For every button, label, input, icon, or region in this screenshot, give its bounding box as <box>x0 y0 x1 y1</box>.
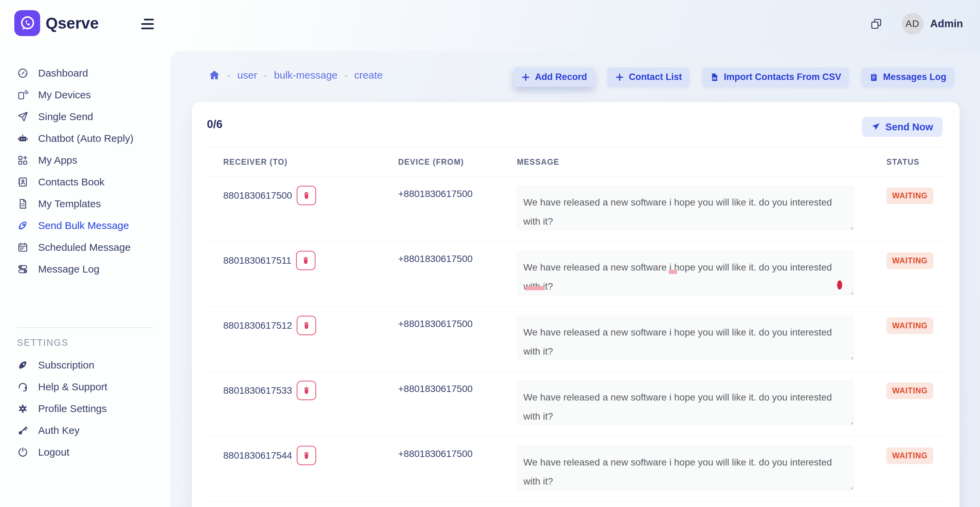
device-number: +8801830617500 <box>398 318 473 329</box>
receiver-cell: 8801830617500 <box>223 177 398 242</box>
status-badge: WAITING <box>886 318 933 334</box>
sidebar-item-my-templates[interactable]: My Templates <box>0 193 170 215</box>
sidebar-item-send-bulk-message[interactable]: Send Bulk Message <box>0 215 170 237</box>
receiver-number: 8801830617544 <box>223 450 292 461</box>
headset-icon <box>17 381 29 393</box>
sidebar-item-label: Scheduled Message <box>38 242 130 253</box>
sidebar-item-label: Dashboard <box>38 67 88 79</box>
sidebar-item-chatbot-auto-reply[interactable]: Chatbot (Auto Reply) <box>0 127 170 149</box>
message-cell: We have released a new software i hope y… <box>517 177 886 242</box>
breadcrumb-item-create[interactable]: create <box>354 70 382 81</box>
send-now-button[interactable]: Send Now <box>862 117 943 137</box>
home-icon[interactable] <box>208 69 221 81</box>
sidebar-item-label: Single Send <box>38 111 93 122</box>
delete-row-button[interactable] <box>297 186 316 205</box>
topbar-user-area: AD Admin <box>870 13 963 35</box>
sidebar-item-label: Help & Support <box>38 381 107 393</box>
key-icon <box>17 424 29 436</box>
status-badge: WAITING <box>886 383 933 399</box>
status-cell: WAITING <box>886 307 945 372</box>
action-button-label: Messages Log <box>883 72 946 83</box>
action-button-label: Contact List <box>629 72 682 83</box>
plus-icon <box>521 73 530 82</box>
sidebar-item-label: Logout <box>38 447 69 458</box>
status-cell: WAITING <box>886 372 945 437</box>
sidebar-item-profile-settings[interactable]: Profile Settings <box>0 398 170 420</box>
sidebar-nav-settings: Subscription Help & Support Profile Sett… <box>0 354 170 463</box>
power-icon <box>17 447 29 458</box>
sidebar-item-help-support[interactable]: Help & Support <box>0 376 170 398</box>
add-record-button[interactable]: Add Record <box>514 67 595 87</box>
message-cell: We have released a new software i hope y… <box>517 437 886 502</box>
contacts-icon <box>17 176 29 188</box>
table-row-partial <box>192 502 959 507</box>
import-contacts-from-csv-button[interactable]: Import Contacts From CSV <box>702 67 849 87</box>
brand-logo[interactable]: Qserve <box>14 10 99 36</box>
column-header-device: DEVICE (FROM) <box>398 157 517 167</box>
avatar[interactable]: AD <box>902 13 924 35</box>
receiver-number: 8801830617511 <box>223 255 291 266</box>
device-number: +8801830617500 <box>398 383 473 394</box>
paper-plane-icon <box>872 122 880 131</box>
delete-row-button[interactable] <box>297 381 316 400</box>
delete-row-button[interactable] <box>297 446 316 465</box>
toggles-icon <box>17 263 29 275</box>
message-textarea[interactable]: We have released a new software i hope y… <box>517 446 854 490</box>
chatbot-icon <box>17 133 29 144</box>
sidebar-item-label: My Templates <box>38 198 101 210</box>
sidebar-item-logout[interactable]: Logout <box>0 441 170 463</box>
breadcrumb-items: -user-bulk-message-create <box>227 70 383 81</box>
receiver-cell: 8801830617544 <box>223 437 398 502</box>
sidebar-item-my-apps[interactable]: My Apps <box>0 149 170 171</box>
column-header-status: STATUS <box>886 157 945 167</box>
receiver-cell: 8801830617512 <box>223 307 398 372</box>
message-textarea[interactable]: We have released a new software i hope y… <box>517 186 854 230</box>
sidebar-item-subscription[interactable]: Subscription <box>0 354 170 376</box>
card-header: 0/6 Send Now <box>207 102 945 147</box>
table-row: 8801830617511 +8801830617500 We have rel… <box>207 242 945 307</box>
sidebar-nav-main: Dashboard My Devices Single Send Chatbot… <box>0 62 170 280</box>
status-badge: WAITING <box>886 447 933 464</box>
sidebar-item-message-log[interactable]: Message Log <box>0 258 170 280</box>
device-number: +8801830617500 <box>398 253 473 264</box>
sidebar-item-auth-key[interactable]: Auth Key <box>0 420 170 441</box>
rocket-icon <box>17 220 29 231</box>
delete-row-button[interactable] <box>296 251 315 270</box>
breadcrumb-item-bulk-message[interactable]: bulk-message <box>274 70 337 81</box>
device-cell: +8801830617500 <box>398 372 517 437</box>
message-textarea[interactable]: We have released a new software i hope y… <box>517 381 854 425</box>
device-cell: +8801830617500 <box>398 242 517 307</box>
trash-icon <box>302 191 311 200</box>
sidebar-item-label: Send Bulk Message <box>38 220 129 231</box>
sidebar-item-contacts-book[interactable]: Contacts Book <box>0 171 170 193</box>
copy-icon[interactable] <box>870 17 883 30</box>
device-number: +8801830617500 <box>398 189 473 199</box>
status-badge: WAITING <box>886 253 933 269</box>
hamburger-icon <box>144 19 154 21</box>
sidebar-item-scheduled-message[interactable]: Scheduled Message <box>0 237 170 258</box>
contact-list-button[interactable]: Contact List <box>608 67 689 87</box>
sidebar-item-single-send[interactable]: Single Send <box>0 106 170 127</box>
send-now-label: Send Now <box>885 121 933 133</box>
message-textarea[interactable]: We have released a new software i hope y… <box>517 316 854 360</box>
sidebar-item-dashboard[interactable]: Dashboard <box>0 62 170 84</box>
action-button-label: Import Contacts From CSV <box>724 72 841 83</box>
receiver-cell: 8801830617511 <box>223 242 398 307</box>
device-cell: +8801830617500 <box>398 307 517 372</box>
clipboard-icon <box>869 73 878 82</box>
whatsapp-logo-icon <box>14 10 40 36</box>
sidebar-item-my-devices[interactable]: My Devices <box>0 84 170 106</box>
delete-row-button[interactable] <box>297 316 316 335</box>
column-header-receiver: RECEIVER (TO) <box>223 157 398 167</box>
table-header-row: RECEIVER (TO) DEVICE (FROM) MESSAGE STAT… <box>207 147 945 177</box>
sidebar-item-label: Auth Key <box>38 424 80 436</box>
sidebar-toggle-button[interactable] <box>141 19 154 29</box>
breadcrumb-item-user[interactable]: user <box>237 70 257 81</box>
device-number: +8801830617500 <box>398 448 473 459</box>
page-action-buttons: Add Record Contact List Import Contacts … <box>514 67 954 87</box>
messages-log-button[interactable]: Messages Log <box>862 67 954 87</box>
settings-section-label: SETTINGS <box>17 337 68 348</box>
message-textarea[interactable]: We have released a new software i hope y… <box>517 251 854 295</box>
rocket-filled-icon <box>17 359 29 371</box>
table-row: 8801830617512 +8801830617500 We have rel… <box>207 307 945 372</box>
